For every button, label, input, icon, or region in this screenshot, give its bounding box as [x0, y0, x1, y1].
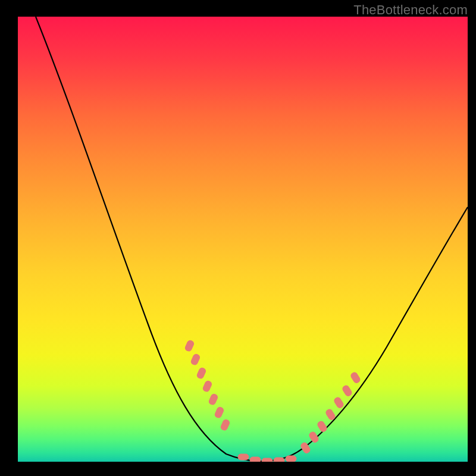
svg-rect-4	[208, 393, 218, 406]
svg-rect-7	[238, 454, 249, 460]
chart-plot-area	[18, 17, 468, 462]
svg-rect-16	[333, 396, 345, 409]
chart-frame	[5, 17, 471, 471]
svg-rect-2	[196, 367, 206, 380]
svg-rect-11	[286, 456, 296, 462]
svg-rect-6	[220, 419, 230, 431]
svg-rect-0	[184, 340, 195, 352]
svg-rect-8	[250, 457, 261, 462]
svg-rect-3	[202, 380, 212, 393]
svg-rect-1	[190, 353, 201, 366]
svg-rect-10	[274, 458, 284, 462]
svg-rect-17	[342, 384, 353, 397]
svg-rect-13	[308, 431, 320, 443]
svg-rect-18	[350, 371, 361, 384]
chart-svg	[18, 17, 468, 462]
svg-rect-9	[262, 458, 273, 462]
bottleneck-curve	[36, 17, 468, 461]
svg-rect-5	[214, 406, 224, 419]
svg-rect-14	[317, 420, 328, 433]
curve-markers-right	[300, 371, 361, 454]
watermark-text: TheBottleneck.com	[353, 2, 468, 18]
